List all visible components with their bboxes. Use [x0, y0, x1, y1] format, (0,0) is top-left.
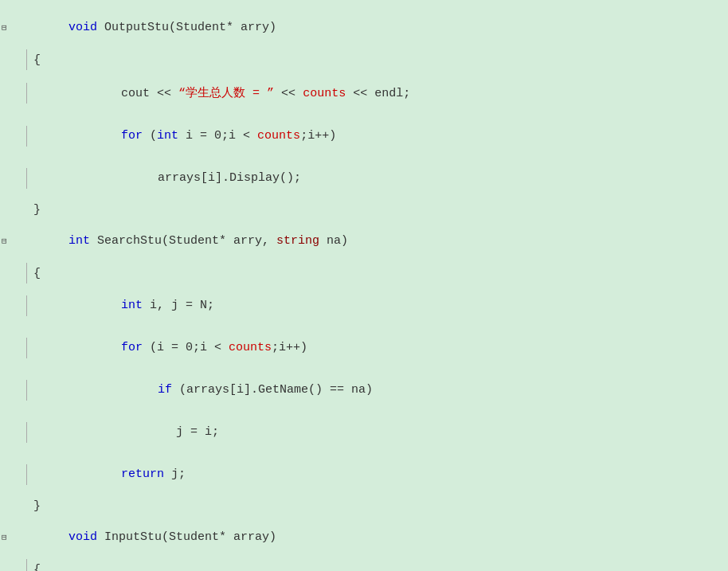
line-content-14: }: [30, 499, 728, 513]
vline-16: [22, 559, 30, 571]
code-line-5: arrays[i].Display();: [0, 157, 728, 199]
code-line-4: for (int i = 0;i < counts;i++): [0, 115, 728, 157]
vline-4a: [22, 126, 30, 147]
line-content-1: void OutputStu(Student* arry): [22, 7, 728, 48]
line-content-16: {: [30, 563, 728, 572]
line-content-12: j = i;: [38, 412, 728, 452]
vline-2: [22, 49, 30, 70]
vline-8: [22, 263, 30, 284]
fold-icon-1[interactable]: ⊟: [2, 22, 7, 33]
code-line-2: {: [0, 49, 728, 71]
line-content-11: if (arrays[i].GetName() == na): [38, 370, 728, 410]
fold-icon-7[interactable]: ⊟: [2, 236, 7, 246]
fold-icon-15[interactable]: ⊟: [2, 532, 7, 542]
code-line-11: if (arrays[i].GetName() == na): [0, 369, 728, 411]
vline-10a: [22, 338, 30, 358]
vline-12a: [22, 422, 30, 443]
code-line-9: int i, j = N;: [0, 284, 728, 327]
vline-5a: [22, 168, 30, 189]
code-line-1: ⊟ void OutputStu(Student* arry): [0, 6, 728, 49]
code-line-3: cout << “学生总人数 = ” << counts << endl;: [0, 71, 728, 115]
line-content-3: cout << “学生总人数 = ” << counts << endl;: [38, 72, 728, 114]
code-line-7: ⊟ int SearchStu(Student* arry, string na…: [0, 220, 728, 262]
line-content-8: {: [30, 267, 728, 280]
code-line-6: }: [0, 199, 728, 220]
code-line-15: ⊟ void InputStu(Student* array): [0, 516, 728, 558]
code-line-13: return j;: [0, 453, 728, 495]
line-content-10: for (i = 0;i < counts;i++): [38, 327, 728, 368]
vline-13a: [22, 464, 30, 485]
code-line-12: j = i;: [0, 411, 728, 453]
line-content-6: }: [30, 203, 728, 217]
code-container: ⊟ void OutputStu(Student* arry) { cout <…: [0, 0, 728, 571]
line-content-4: for (int i = 0;i < counts;i++): [38, 115, 728, 156]
vline-9a: [22, 295, 30, 316]
line-content-2: {: [30, 53, 728, 67]
vline-11a: [22, 380, 30, 401]
code-line-16: {: [0, 558, 728, 571]
line-content-15: void InputStu(Student* array): [22, 517, 728, 557]
vline-3a: [22, 83, 30, 104]
line-content-5: arrays[i].Display();: [38, 158, 728, 198]
line-content-13: return j;: [38, 454, 728, 495]
line-content-7: int SearchStu(Student* arry, string na): [22, 221, 728, 261]
code-line-14: }: [0, 495, 728, 516]
code-line-10: for (i = 0;i < counts;i++): [0, 327, 728, 369]
line-content-9: int i, j = N;: [38, 285, 728, 326]
code-line-8: {: [0, 262, 728, 284]
